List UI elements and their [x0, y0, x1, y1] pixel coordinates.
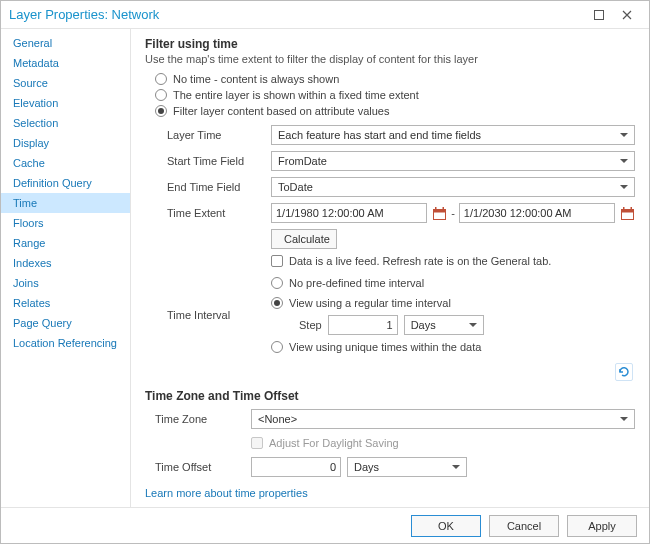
sidebar-item-joins[interactable]: Joins — [1, 273, 130, 293]
start-field-label: Start Time Field — [167, 155, 263, 167]
sidebar-item-range[interactable]: Range — [1, 233, 130, 253]
checkbox-icon — [251, 437, 263, 449]
interval-option-unique[interactable]: View using unique times within the data — [271, 339, 635, 355]
offset-input[interactable] — [251, 457, 341, 477]
radio-icon — [155, 105, 167, 117]
close-icon[interactable] — [613, 5, 641, 25]
window-title: Layer Properties: Network — [9, 7, 159, 22]
step-label: Step — [299, 319, 322, 331]
layer-time-dropdown[interactable]: Each feature has start and end time fiel… — [271, 125, 635, 145]
checkbox-icon[interactable] — [271, 255, 283, 267]
filter-option-fixed[interactable]: The entire layer is shown within a fixed… — [145, 87, 635, 103]
sidebar-item-definition-query[interactable]: Definition Query — [1, 173, 130, 193]
sidebar-item-display[interactable]: Display — [1, 133, 130, 153]
timezone-label: Time Zone — [155, 413, 241, 425]
sidebar-item-time[interactable]: Time — [1, 193, 130, 213]
offset-label: Time Offset — [155, 461, 241, 473]
apply-button[interactable]: Apply — [567, 515, 637, 537]
time-extent-label: Time Extent — [167, 207, 263, 219]
calendar-icon[interactable] — [619, 205, 635, 221]
dst-label: Adjust For Daylight Saving — [269, 437, 399, 449]
titlebar: Layer Properties: Network — [1, 1, 649, 29]
extent-end-input[interactable] — [459, 203, 615, 223]
svg-rect-4 — [442, 207, 444, 210]
learn-more-link[interactable]: Learn more about time properties — [145, 481, 635, 503]
sidebar-item-cache[interactable]: Cache — [1, 153, 130, 173]
ok-button[interactable]: OK — [411, 515, 481, 537]
end-field-dropdown[interactable]: ToDate — [271, 177, 635, 197]
radio-icon — [155, 89, 167, 101]
svg-rect-8 — [630, 207, 632, 210]
layer-properties-dialog: Layer Properties: Network General Metada… — [0, 0, 650, 544]
filter-option-attr[interactable]: Filter layer content based on attribute … — [145, 103, 635, 119]
step-unit-dropdown[interactable]: Days — [404, 315, 484, 335]
timezone-dropdown[interactable]: <None> — [251, 409, 635, 429]
calendar-icon[interactable] — [431, 205, 447, 221]
cancel-button[interactable]: Cancel — [489, 515, 559, 537]
filter-option-attr-label: Filter layer content based on attribute … — [173, 105, 389, 117]
interval-option-none[interactable]: No pre-defined time interval — [271, 275, 635, 291]
category-sidebar: General Metadata Source Elevation Select… — [1, 29, 131, 507]
layer-time-label: Layer Time — [167, 129, 263, 141]
sidebar-item-selection[interactable]: Selection — [1, 113, 130, 133]
sidebar-item-indexes[interactable]: Indexes — [1, 253, 130, 273]
sidebar-item-metadata[interactable]: Metadata — [1, 53, 130, 73]
maximize-icon[interactable] — [585, 5, 613, 25]
filter-option-fixed-label: The entire layer is shown within a fixed… — [173, 89, 419, 101]
timezone-heading: Time Zone and Time Offset — [145, 389, 635, 403]
filter-option-none[interactable]: No time - content is always shown — [145, 71, 635, 87]
sidebar-item-source[interactable]: Source — [1, 73, 130, 93]
sidebar-item-relates[interactable]: Relates — [1, 293, 130, 313]
radio-icon — [271, 341, 283, 353]
time-interval-label: Time Interval — [167, 309, 263, 321]
time-panel: Filter using time Use the map's time ext… — [131, 29, 649, 507]
start-field-dropdown[interactable]: FromDate — [271, 151, 635, 171]
radio-icon — [271, 297, 283, 309]
end-field-label: End Time Field — [167, 181, 263, 193]
interval-option-regular[interactable]: View using a regular time interval — [271, 295, 635, 311]
dialog-footer: OK Cancel Apply — [1, 507, 649, 543]
filter-option-none-label: No time - content is always shown — [173, 73, 339, 85]
radio-icon — [155, 73, 167, 85]
extent-separator: - — [451, 207, 455, 219]
sidebar-item-elevation[interactable]: Elevation — [1, 93, 130, 113]
svg-rect-0 — [595, 10, 604, 19]
filter-subheading: Use the map's time extent to filter the … — [145, 53, 635, 65]
sidebar-item-general[interactable]: General — [1, 33, 130, 53]
sidebar-item-floors[interactable]: Floors — [1, 213, 130, 233]
step-input[interactable] — [328, 315, 398, 335]
offset-unit-dropdown[interactable]: Days — [347, 457, 467, 477]
svg-rect-7 — [623, 207, 625, 210]
refresh-button[interactable] — [615, 363, 633, 381]
sidebar-item-page-query[interactable]: Page Query — [1, 313, 130, 333]
svg-rect-3 — [435, 207, 437, 210]
filter-heading: Filter using time — [145, 37, 635, 51]
calculate-button[interactable]: Calculate — [271, 229, 337, 249]
extent-start-input[interactable] — [271, 203, 427, 223]
radio-icon — [271, 277, 283, 289]
live-feed-label: Data is a live feed. Refresh rate is on … — [289, 255, 551, 267]
sidebar-item-location-referencing[interactable]: Location Referencing — [1, 333, 130, 353]
